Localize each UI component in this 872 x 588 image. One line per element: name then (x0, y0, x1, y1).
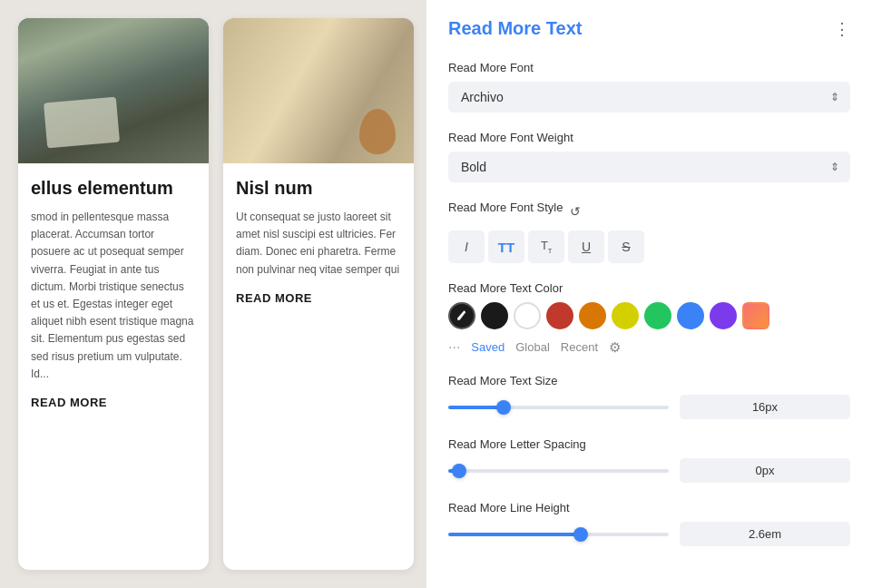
letter-spacing-label: Read More Letter Spacing (448, 437, 850, 451)
purple-swatch[interactable] (710, 302, 737, 329)
line-height-fill (448, 533, 581, 536)
font-select-wrapper: Archivo Arial Roboto Open Sans Lato ⇕ (448, 82, 850, 113)
yellow-swatch[interactable] (612, 302, 639, 329)
font-weight-label: Read More Font Weight (448, 131, 850, 144)
strikethrough-button[interactable]: S (608, 230, 644, 263)
panel-header: Read More Text ⋮ (448, 18, 850, 39)
global-tab[interactable]: Global (512, 338, 554, 356)
font-style-label: Read More Font Style (448, 201, 563, 214)
bold-button[interactable]: TT (488, 230, 524, 263)
black-swatch[interactable] (481, 302, 508, 329)
card-title-1: ellus elementum (31, 176, 196, 200)
font-style-label-row: Read More Font Style ↺ (448, 201, 850, 221)
italic-button[interactable]: I (448, 230, 485, 263)
card-body-2: Nisl num Ut consequat se justo laoreet s… (223, 163, 414, 319)
font-label: Read More Font (448, 61, 850, 74)
card-text-2: Ut consequat se justo laoreet sit amet n… (236, 209, 401, 279)
white-swatch[interactable] (514, 302, 541, 329)
font-style-buttons: I TT Tт U S (448, 230, 850, 263)
line-height-thumb[interactable] (573, 527, 588, 542)
orange-swatch[interactable] (579, 302, 606, 329)
font-weight-select[interactable]: Thin Light Regular Medium Bold Extra Bol… (448, 152, 850, 182)
line-height-label: Read More Line Height (448, 501, 850, 514)
card-cta-2[interactable]: READ MORE (236, 291, 401, 305)
text-size-slider-row (448, 395, 850, 419)
settings-panel: Read More Text ⋮ Read More Font Archivo … (426, 0, 872, 588)
text-size-section: Read More Text Size (448, 374, 850, 419)
recent-tab[interactable]: Recent (557, 338, 602, 356)
font-weight-select-wrapper: Thin Light Regular Medium Bold Extra Bol… (448, 152, 850, 182)
font-section: Read More Font Archivo Arial Roboto Open… (448, 61, 850, 113)
font-style-reset-icon[interactable]: ↺ (570, 204, 581, 219)
color-picker-swatch[interactable] (448, 302, 475, 329)
underline-button[interactable]: U (568, 230, 604, 263)
text-color-label: Read More Text Color (448, 281, 850, 295)
font-style-section: Read More Font Style ↺ I TT Tт U S (448, 201, 850, 263)
capitalize-button[interactable]: Tт (528, 230, 564, 263)
color-swatches (448, 302, 850, 329)
text-size-track[interactable] (448, 406, 669, 409)
text-size-value[interactable] (680, 395, 850, 419)
panel-title: Read More Text (448, 18, 582, 39)
letter-spacing-slider-row (448, 458, 850, 483)
blog-card-2: Nisl num Ut consequat se justo laoreet s… (223, 18, 414, 570)
saved-tab[interactable]: Saved (467, 338, 508, 356)
red-swatch[interactable] (546, 302, 573, 329)
letter-spacing-thumb[interactable] (452, 464, 466, 478)
text-size-thumb[interactable] (496, 400, 511, 415)
text-color-section: Read More Text Color ··· Saved Global (448, 281, 850, 356)
color-tabs-row: ··· Saved Global Recent ⚙ (448, 338, 850, 356)
panel-menu-icon[interactable]: ⋮ (834, 19, 850, 39)
card-text-1: smod in pellentesque massa placerat. Acc… (31, 209, 196, 383)
line-height-value[interactable] (680, 522, 850, 546)
green-swatch[interactable] (644, 302, 671, 329)
blog-card-1: ellus elementum smod in pellentesque mas… (18, 18, 209, 570)
card-body-1: ellus elementum smod in pellentesque mas… (18, 163, 209, 424)
letter-spacing-track[interactable] (448, 469, 669, 473)
blog-preview-area: ellus elementum smod in pellentesque mas… (0, 0, 426, 588)
letter-spacing-value[interactable] (680, 458, 850, 483)
card-title-2: Nisl num (236, 176, 401, 200)
line-height-section: Read More Line Height (448, 501, 850, 546)
letter-spacing-section: Read More Letter Spacing (448, 437, 850, 483)
text-size-fill (448, 406, 504, 409)
text-size-label: Read More Text Size (448, 374, 850, 387)
blue-swatch[interactable] (677, 302, 704, 329)
card-image-1 (18, 18, 209, 163)
line-height-track[interactable] (448, 533, 669, 536)
font-select[interactable]: Archivo Arial Roboto Open Sans Lato (448, 82, 850, 113)
line-height-slider-row (448, 522, 850, 546)
card-cta-1[interactable]: READ MORE (31, 396, 196, 409)
card-image-2 (223, 18, 414, 163)
gradient-swatch[interactable] (742, 302, 769, 329)
more-colors-icon[interactable]: ··· (448, 339, 460, 356)
font-weight-section: Read More Font Weight Thin Light Regular… (448, 131, 850, 182)
color-settings-gear-icon[interactable]: ⚙ (609, 339, 621, 356)
